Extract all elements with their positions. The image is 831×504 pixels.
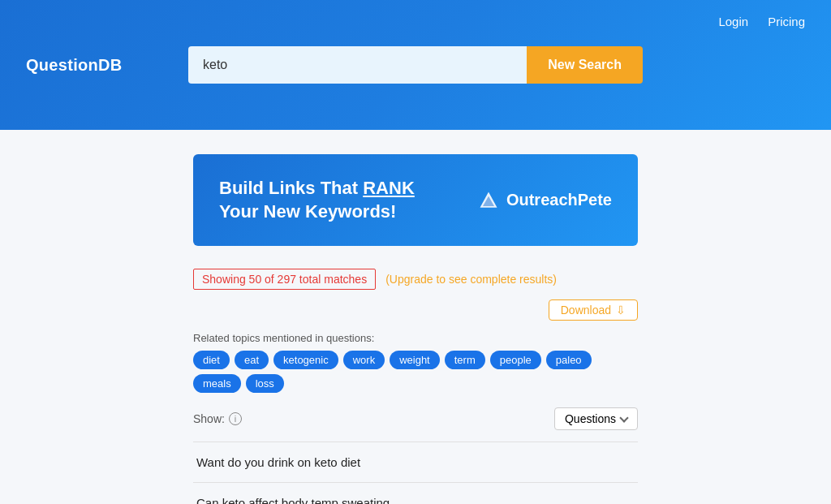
header: QuestionDB Login Pricing New Search	[0, 0, 831, 130]
download-icon: ⇩	[616, 304, 626, 317]
brand-logo: QuestionDB	[26, 56, 123, 75]
tag-work[interactable]: work	[343, 351, 385, 369]
new-search-button[interactable]: New Search	[527, 46, 643, 84]
header-nav: Login Pricing	[718, 15, 805, 28]
tag-meals[interactable]: meals	[193, 374, 241, 393]
tag-eat[interactable]: eat	[235, 351, 269, 369]
tag-people[interactable]: people	[490, 351, 541, 369]
question-item: Want do you drink on keto diet	[193, 442, 638, 483]
question-list: Want do you drink on keto dietCan keto a…	[193, 442, 638, 504]
tags-container: dieteatketogenicworkweighttermpeoplepale…	[193, 351, 638, 393]
results-header: Showing 50 of 297 total matches (Upgrade…	[193, 269, 638, 321]
match-count: Showing 50 of 297 total matches	[193, 269, 376, 290]
upgrade-link[interactable]: (Upgrade to see complete results)	[385, 273, 557, 286]
show-row: Show: i Questions	[193, 407, 638, 430]
show-label: Show: i	[193, 412, 242, 425]
question-item: Can keto affect body temp sweating	[193, 483, 638, 504]
tag-weight[interactable]: weight	[390, 351, 440, 369]
tag-loss[interactable]: loss	[246, 374, 284, 393]
download-button[interactable]: Download ⇩	[549, 299, 638, 321]
ad-banner[interactable]: Build Links That RANK Your New Keywords!…	[193, 154, 638, 246]
banner-text: Build Links That RANK Your New Keywords!	[219, 177, 415, 223]
related-topics-label: Related topics mentioned in questions:	[193, 332, 638, 344]
chevron-down-icon	[619, 414, 628, 423]
tag-term[interactable]: term	[445, 351, 485, 369]
tag-paleo[interactable]: paleo	[546, 351, 592, 369]
search-input[interactable]	[188, 46, 527, 84]
search-container: New Search	[188, 46, 643, 84]
login-link[interactable]: Login	[718, 15, 748, 28]
pricing-link[interactable]: Pricing	[768, 15, 805, 28]
banner-brand: OutreachPete	[477, 189, 612, 212]
main-content: Build Links That RANK Your New Keywords!…	[180, 130, 651, 504]
outreachpete-icon	[477, 189, 500, 212]
info-icon[interactable]: i	[229, 412, 242, 425]
tag-ketogenic[interactable]: ketogenic	[273, 351, 338, 369]
questions-dropdown[interactable]: Questions	[554, 407, 638, 430]
tag-diet[interactable]: diet	[193, 351, 230, 369]
